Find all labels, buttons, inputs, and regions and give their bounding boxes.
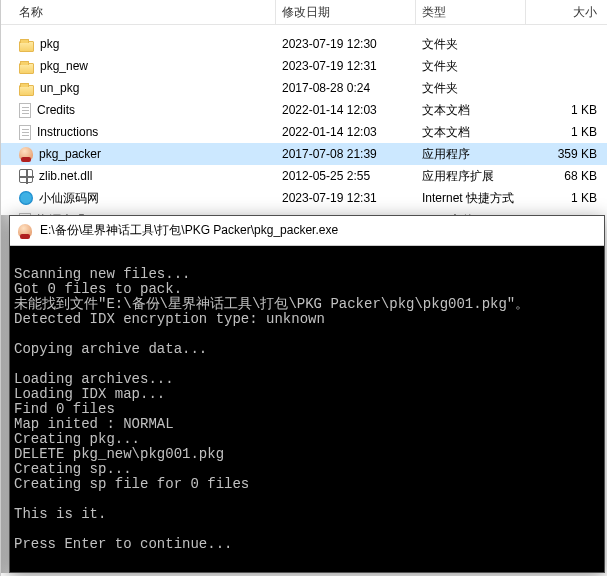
column-headers: 名称 修改日期 类型 大小	[1, 0, 607, 25]
file-date: 2017-08-28 0:24	[276, 77, 416, 99]
console-output[interactable]: Scanning new files... Got 0 files to pac…	[10, 246, 604, 558]
file-row[interactable]: un_pkg2017-08-28 0:24文件夹	[1, 77, 607, 99]
file-row[interactable]: Credits2022-01-14 12:03文本文档1 KB	[1, 99, 607, 121]
file-size	[526, 77, 607, 99]
dll-icon	[19, 169, 33, 183]
exe-icon	[19, 147, 33, 161]
file-date: 2023-07-19 12:30	[276, 33, 416, 55]
folder-icon	[19, 63, 34, 74]
file-type: 文本文档	[416, 99, 526, 121]
txt-icon	[19, 103, 31, 118]
txt-icon	[19, 125, 31, 140]
file-row[interactable]: pkg_packer2017-07-08 21:39应用程序359 KB	[1, 143, 607, 165]
file-size: 1 KB	[526, 99, 607, 121]
file-date: 2023-07-19 12:31	[276, 187, 416, 209]
file-date: 2022-01-14 12:03	[276, 99, 416, 121]
console-title-text: E:\备份\星界神话工具\打包\PKG Packer\pkg_packer.ex…	[40, 222, 338, 239]
file-type: 文件夹	[416, 77, 526, 99]
file-row[interactable]: Instructions2022-01-14 12:03文本文档1 KB	[1, 121, 607, 143]
header-size[interactable]: 大小	[526, 0, 607, 24]
header-type[interactable]: 类型	[416, 0, 526, 24]
header-name[interactable]: 名称	[1, 0, 276, 24]
file-date: 2023-07-19 12:31	[276, 55, 416, 77]
file-type: 文件夹	[416, 55, 526, 77]
file-explorer: 名称 修改日期 类型 大小 pkg2023-07-19 12:30文件夹pkg_…	[1, 0, 607, 231]
file-date: 2017-07-08 21:39	[276, 143, 416, 165]
header-date[interactable]: 修改日期	[276, 0, 416, 24]
file-name: pkg	[40, 37, 59, 51]
console-window[interactable]: E:\备份\星界神话工具\打包\PKG Packer\pkg_packer.ex…	[9, 215, 605, 573]
file-date: 2022-01-14 12:03	[276, 121, 416, 143]
app-icon	[18, 224, 32, 238]
file-name: un_pkg	[40, 81, 79, 95]
file-type: Internet 快捷方式	[416, 187, 526, 209]
file-type: 文件夹	[416, 33, 526, 55]
file-size: 1 KB	[526, 121, 607, 143]
folder-icon	[19, 41, 34, 52]
file-row[interactable]: 小仙源码网2023-07-19 12:31Internet 快捷方式1 KB	[1, 187, 607, 209]
file-type: 应用程序	[416, 143, 526, 165]
file-name: 小仙源码网	[39, 190, 99, 207]
file-size: 68 KB	[526, 165, 607, 187]
file-name: zlib.net.dll	[39, 169, 92, 183]
file-date: 2012-05-25 2:55	[276, 165, 416, 187]
ie-icon	[19, 191, 33, 205]
file-name: pkg_packer	[39, 147, 101, 161]
decorative-shadow	[1, 215, 9, 573]
file-size: 359 KB	[526, 143, 607, 165]
file-row[interactable]: zlib.net.dll2012-05-25 2:55应用程序扩展68 KB	[1, 165, 607, 187]
file-name: Instructions	[37, 125, 98, 139]
console-titlebar[interactable]: E:\备份\星界神话工具\打包\PKG Packer\pkg_packer.ex…	[10, 216, 604, 246]
file-size	[526, 55, 607, 77]
file-name: pkg_new	[40, 59, 88, 73]
file-type: 应用程序扩展	[416, 165, 526, 187]
file-row[interactable]: pkg_new2023-07-19 12:31文件夹	[1, 55, 607, 77]
file-size: 1 KB	[526, 187, 607, 209]
file-type: 文本文档	[416, 121, 526, 143]
file-name: Credits	[37, 103, 75, 117]
folder-icon	[19, 85, 34, 96]
file-size	[526, 33, 607, 55]
file-row[interactable]: pkg2023-07-19 12:30文件夹	[1, 33, 607, 55]
